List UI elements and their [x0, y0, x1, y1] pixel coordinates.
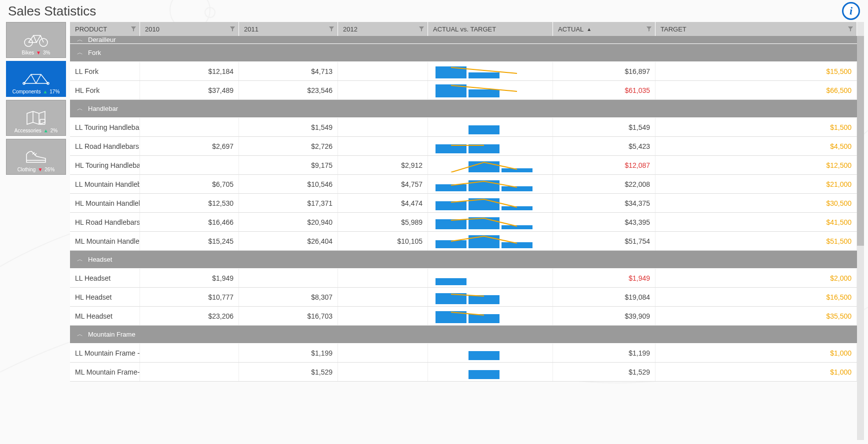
cell-2012: $4,474: [338, 194, 428, 212]
cell-2012: [338, 81, 428, 99]
group-label: Fork: [88, 49, 101, 56]
group-row-headset[interactable]: ︿Headset: [70, 251, 857, 269]
cell-2011: $8,307: [239, 288, 338, 306]
spark-line: [436, 215, 546, 229]
cell-2010: $16,466: [140, 213, 239, 231]
cell-actual-vs-target: [428, 363, 553, 381]
table-row[interactable]: ML Headset$23,206$16,703$39,909$35,500: [70, 307, 857, 326]
cell-2010: $15,245: [140, 232, 239, 250]
group-row-mountain-frame[interactable]: ︿Mountain Frame: [70, 326, 857, 344]
cell-actual: $61,035: [553, 81, 656, 99]
cell-actual-vs-target: [428, 175, 553, 193]
category-tile-bikes[interactable]: Bikes▼3%: [6, 22, 66, 58]
cell-actual-vs-target: [428, 62, 553, 80]
cell-2011: $17,371: [239, 194, 338, 212]
cell-actual-vs-target: [428, 194, 553, 212]
cell-2010: $37,489: [140, 81, 239, 99]
group-label: Headset: [88, 256, 112, 263]
column-2012[interactable]: 2012: [338, 22, 428, 36]
table-row[interactable]: LL Touring Handlebar$1,549$1,549$1,500: [70, 118, 857, 137]
cell-2011: $1,199: [239, 344, 338, 362]
filter-icon[interactable]: [328, 26, 334, 32]
category-tile-accessories[interactable]: Accessories▲2%: [6, 100, 66, 136]
spark-line: [436, 309, 546, 323]
chevron-up-icon: ︿: [77, 104, 83, 113]
sparkline-chart: [436, 290, 546, 304]
column-label: PRODUCT: [75, 25, 107, 33]
sparkline-chart: [436, 177, 546, 191]
cell-target: $1,500: [656, 118, 857, 136]
group-row-derailleur[interactable]: ︿Derailleur: [70, 36, 857, 44]
cell-2012: [338, 269, 428, 287]
cell-actual-vs-target: [428, 307, 553, 325]
column-actual[interactable]: ACTUAL ▲: [553, 22, 656, 36]
table-row[interactable]: LL Mountain Handleb$6,705$10,546$4,757$2…: [70, 175, 857, 194]
category-tile-clothing[interactable]: Clothing▼26%: [6, 139, 66, 175]
table-row[interactable]: HL Mountain Handleb$12,530$17,371$4,474$…: [70, 194, 857, 213]
cell-product: LL Touring Handlebar: [70, 118, 140, 136]
cell-2012: $5,989: [338, 213, 428, 231]
cell-2012: $10,105: [338, 232, 428, 250]
group-label: Derailleur: [88, 36, 116, 43]
cell-actual-vs-target: [428, 213, 553, 231]
spark-bar: [468, 351, 500, 360]
tile-delta: 3%: [43, 50, 50, 55]
sparkline-chart: [436, 365, 546, 379]
chevron-up-icon: ︿: [77, 48, 83, 57]
spark-line: [436, 177, 546, 191]
table-row[interactable]: ML Mountain Frame-$1,529$1,529$1,000: [70, 363, 857, 382]
cell-product: ML Headset: [70, 307, 140, 325]
cell-target: $21,000: [656, 175, 857, 193]
cell-actual: $5,423: [553, 137, 656, 155]
filter-icon[interactable]: [848, 26, 854, 32]
cell-target: $51,500: [656, 232, 857, 250]
tile-delta: 17%: [50, 89, 60, 94]
scrollbar-thumb[interactable]: [857, 36, 864, 246]
cell-2010: $6,705: [140, 175, 239, 193]
cell-product: ML Mountain Frame-: [70, 363, 140, 381]
cell-actual: $22,008: [553, 175, 656, 193]
table-row[interactable]: LL Road Handlebars$2,697$2,726$5,423$4,5…: [70, 137, 857, 156]
cell-actual-vs-target: [428, 137, 553, 155]
cell-actual: $12,087: [553, 156, 656, 174]
cell-2010: $12,184: [140, 62, 239, 80]
column-2010[interactable]: 2010: [140, 22, 239, 36]
cell-actual: $1,199: [553, 344, 656, 362]
cell-actual-vs-target: [428, 288, 553, 306]
group-row-handlebar[interactable]: ︿Handlebar: [70, 100, 857, 118]
table-row[interactable]: LL Fork$12,184$4,713$16,897$15,500: [70, 62, 857, 81]
cell-2011: [239, 269, 338, 287]
cell-2011: $20,940: [239, 213, 338, 231]
table-row[interactable]: LL Mountain Frame -$1,199$1,199$1,000: [70, 344, 857, 363]
spark-line: [436, 196, 546, 210]
tile-label: Accessories: [14, 128, 42, 133]
table-row[interactable]: HL Touring Handlebar$9,175$2,912$12,087$…: [70, 156, 857, 175]
filter-icon[interactable]: [646, 26, 652, 32]
cell-actual-vs-target: [428, 156, 553, 174]
filter-icon[interactable]: [230, 26, 236, 32]
table-row[interactable]: HL Road Handlebars$16,466$20,940$5,989$4…: [70, 213, 857, 232]
column-actual-vs-target[interactable]: ACTUAL vs. TARGET: [428, 22, 553, 36]
group-label: Mountain Frame: [88, 331, 136, 338]
column-product[interactable]: PRODUCT: [70, 22, 140, 36]
info-button[interactable]: i: [842, 2, 860, 20]
cell-product: LL Headset: [70, 269, 140, 287]
group-row-fork[interactable]: ︿Fork: [70, 44, 857, 62]
spark-line: [436, 290, 546, 304]
map-icon: [25, 109, 47, 127]
table-row[interactable]: HL Headset$10,777$8,307$19,084$16,500: [70, 288, 857, 307]
cell-target: $12,500: [656, 156, 857, 174]
table-row[interactable]: ML Mountain Handle$15,245$26,404$10,105$…: [70, 232, 857, 251]
column-2011[interactable]: 2011: [239, 22, 338, 36]
table-row[interactable]: HL Fork$37,489$23,546$61,035$66,500: [70, 81, 857, 100]
column-target[interactable]: TARGET: [656, 22, 857, 36]
cell-2010: $2,697: [140, 137, 239, 155]
filter-icon[interactable]: [418, 26, 424, 32]
cell-actual: $1,529: [553, 363, 656, 381]
shoe-icon: [24, 148, 48, 166]
filter-icon[interactable]: [130, 26, 136, 32]
chevron-up-icon: ︿: [77, 255, 83, 264]
spark-line: [436, 83, 546, 97]
table-row[interactable]: LL Headset$1,949$1,949$2,000: [70, 269, 857, 288]
category-tile-components[interactable]: Components▲17%: [6, 61, 66, 97]
